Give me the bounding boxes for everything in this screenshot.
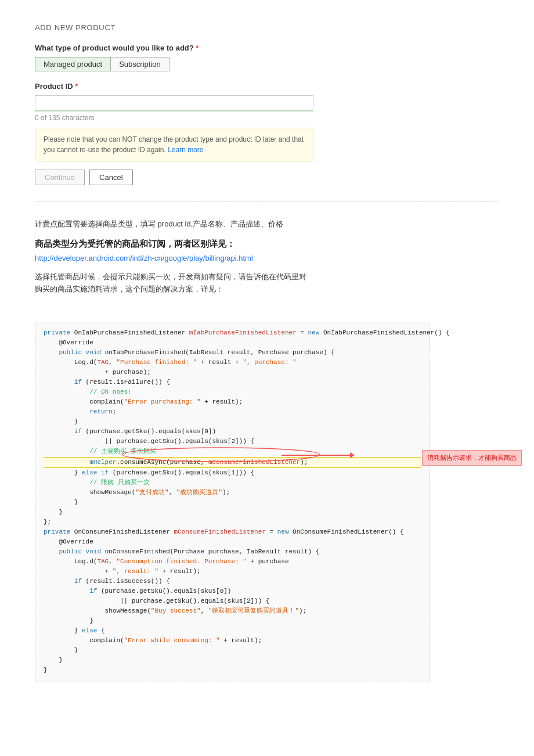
code-line: + purchase);	[44, 368, 421, 377]
char-count: 0 of 135 characters	[35, 114, 499, 122]
code-line: }	[44, 656, 421, 665]
code-line: // Oh noes!	[44, 387, 421, 397]
api-link[interactable]: http://developer.android.com/intl/zh-cn/…	[35, 254, 253, 262]
code-line: } else if (purchase.getSku().equals(skus…	[44, 468, 421, 478]
product-id-required-star: *	[75, 82, 78, 91]
code-line: public void onIabPurchaseFinished(IabRes…	[44, 348, 421, 358]
code-line: };	[44, 517, 421, 527]
notice-box: Please note that you can NOT change the …	[35, 128, 313, 161]
code-line: Log.d(TAG, "Purchase finished: " + resul…	[44, 358, 421, 368]
product-id-label: Product ID *	[35, 82, 499, 91]
code-line: }	[44, 498, 421, 507]
text-block-2: 选择托管商品时候，会提示只能购买一次，开发商如有疑问，请告诉他在代码里对 购买的…	[35, 271, 499, 296]
code-line: if (purchase.getSku().equals(skus[0])	[44, 427, 421, 437]
subscription-btn[interactable]: Subscription	[110, 57, 169, 71]
annotation-arrow	[282, 455, 351, 456]
code-line: complain("Error purchasing: " + result);	[44, 397, 421, 407]
code-line: } else {	[44, 626, 421, 636]
product-type-radio-group: Managed product Subscription	[35, 57, 499, 71]
code-block: private OnIabPurchaseFinishedListener mI…	[35, 322, 430, 682]
code-line: }	[44, 646, 421, 656]
code-line: }	[44, 417, 421, 427]
code-line: @Override	[44, 537, 421, 547]
code-line: || purchase.getSku().equals(skus[2])) {	[44, 596, 421, 606]
code-line: }	[44, 665, 421, 675]
code-line: showMessage("支付成功", "成功购买道具");	[44, 488, 421, 498]
cancel-button[interactable]: Cancel	[89, 170, 132, 185]
text-block-1: 计费点配置需要选择商品类型，填写 product id,产品名称、产品描述、价格	[35, 218, 499, 231]
product-type-section: What type of product would you like to a…	[35, 44, 499, 71]
code-line: showMessage("Buy success", "获取相应可重复购买的道具…	[44, 606, 421, 616]
managed-product-btn[interactable]: Managed product	[35, 57, 110, 71]
code-line: private OnConsumeFinishedListener mConsu…	[44, 527, 421, 537]
code-line: }	[44, 507, 421, 517]
code-line: // 限购 只购买一次	[44, 478, 421, 488]
required-star: *	[196, 44, 199, 52]
form-buttons: Continue Cancel	[35, 170, 499, 185]
code-line: || purchase.getSku().equals(skus[2])) {	[44, 437, 421, 447]
heading-1: 商品类型分为受托管的商品和订阅，两者区别详见：	[35, 237, 499, 251]
product-id-input[interactable]	[35, 95, 313, 111]
continue-button[interactable]: Continue	[35, 170, 85, 185]
code-line: private OnIabPurchaseFinishedListener mI…	[44, 328, 421, 338]
annotation-box: 消耗据告示请求，才能购买商品	[422, 450, 522, 466]
code-line: complain("Error while consuming: " + res…	[44, 636, 421, 646]
product-id-section: Product ID * 0 of 135 characters Please …	[35, 82, 499, 185]
code-line-highlight: mHelper.consumeAsync(purchase, mConsumeF…	[44, 457, 421, 468]
code-line: public void onConsumeFinished(Purchase p…	[44, 547, 421, 557]
code-line: @Override	[44, 338, 421, 348]
code-line: if (result.isFailure()) {	[44, 377, 421, 387]
code-line: // 主要购买 多次购买	[44, 447, 421, 456]
code-line: if (result.isSuccess()) {	[44, 577, 421, 586]
code-line: }	[44, 616, 421, 626]
product-type-label: What type of product would you like to a…	[35, 44, 499, 52]
learn-more-link[interactable]: Learn more	[168, 146, 203, 154]
page-title: ADD NEW PRODUCT	[35, 23, 499, 32]
code-line: Log.d(TAG, "Consumption finished. Purcha…	[44, 557, 421, 567]
code-line: + ", result: " + result);	[44, 567, 421, 577]
code-line: if (purchase.getSku().equals(skus[0])	[44, 586, 421, 596]
divider-1	[35, 201, 499, 202]
code-line: return;	[44, 407, 421, 417]
